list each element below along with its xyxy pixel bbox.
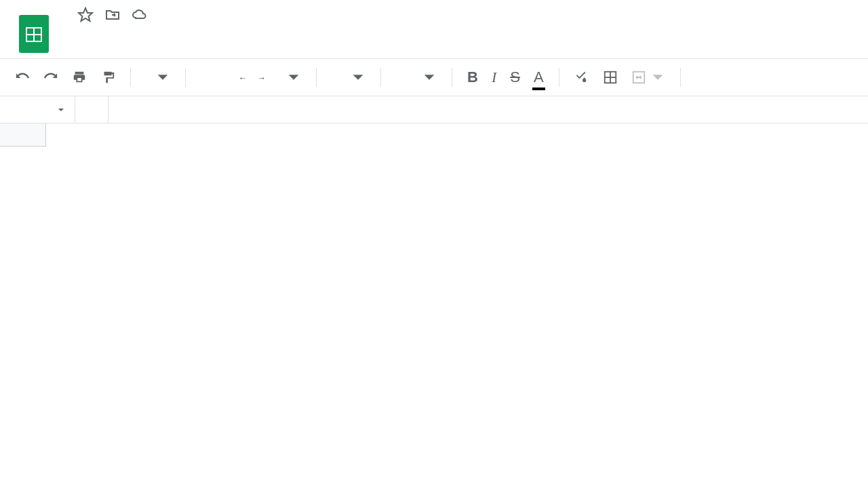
paint-format-button[interactable]	[95, 66, 121, 89]
zoom-select[interactable]	[140, 66, 176, 89]
font-size-select[interactable]	[391, 66, 442, 89]
percent-button[interactable]	[214, 73, 231, 81]
redo-button[interactable]	[38, 66, 64, 89]
cloud-icon[interactable]	[132, 7, 148, 26]
sheets-logo[interactable]	[0, 7, 68, 53]
strikethrough-button[interactable]: S	[505, 64, 526, 90]
merge-button[interactable]	[626, 66, 671, 89]
increase-decimal-button[interactable]: →	[252, 73, 269, 81]
fill-color-button[interactable]	[569, 66, 595, 89]
undo-button[interactable]	[9, 66, 35, 89]
fx-label	[75, 96, 108, 123]
select-all-corner[interactable]	[0, 123, 46, 147]
name-box[interactable]	[0, 106, 75, 114]
font-select[interactable]	[326, 66, 371, 89]
move-icon[interactable]	[104, 7, 121, 26]
number-format-select[interactable]	[271, 66, 307, 89]
star-icon[interactable]	[77, 7, 94, 26]
toolbar: ← → B I S A	[0, 58, 868, 96]
formula-bar	[0, 96, 868, 123]
text-color-button[interactable]: A	[528, 64, 549, 90]
svg-marker-0	[79, 8, 92, 21]
bold-button[interactable]: B	[462, 64, 484, 90]
decrease-decimal-button[interactable]: ←	[233, 73, 250, 81]
italic-button[interactable]: I	[486, 64, 502, 90]
currency-button[interactable]	[195, 73, 212, 81]
print-button[interactable]	[66, 66, 92, 89]
borders-button[interactable]	[597, 66, 623, 89]
